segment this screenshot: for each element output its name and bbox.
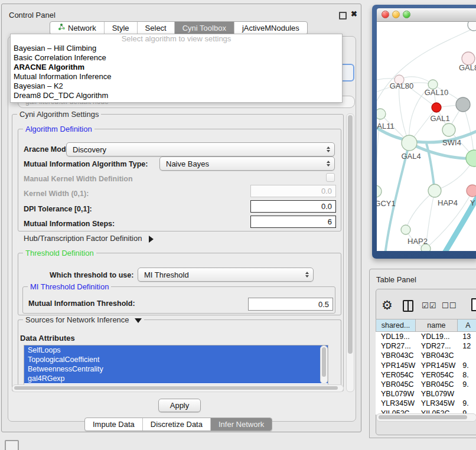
network-node[interactable] <box>428 184 441 197</box>
table-cell[interactable]: YDR27... <box>416 341 458 351</box>
attribute-list-item[interactable]: BetweennessCentrality <box>24 364 328 374</box>
table-cell[interactable]: YBL079W <box>416 389 458 399</box>
table-cell[interactable]: 9. <box>457 361 476 370</box>
table-cell[interactable]: 9. <box>457 380 476 389</box>
table-cell[interactable]: 12 <box>457 341 476 351</box>
collapsed-arrow-icon <box>149 236 154 243</box>
close-window-icon[interactable] <box>382 11 389 18</box>
table-cell[interactable]: YPR145W <box>376 361 416 370</box>
tab-label: Impute Data <box>93 418 135 431</box>
algorithm-option[interactable]: Mutual Information Inference <box>11 72 342 81</box>
close-icon[interactable]: ✖ <box>351 9 357 18</box>
algorithm-option[interactable]: Basic Correlation Inference <box>11 53 342 63</box>
mi-threshold-field[interactable]: 0.5 <box>248 298 333 311</box>
network-node[interactable] <box>468 22 476 31</box>
attribute-list-item[interactable]: SelfLoops <box>24 345 328 355</box>
attribute-list-item[interactable]: gal4RGexp <box>24 374 328 383</box>
attribute-list-item[interactable]: TopologicalCoefficient <box>24 355 328 364</box>
table-cell[interactable]: YLR345W <box>416 399 458 408</box>
hub-definition-label: Hub/Transcription Factor Definition <box>24 234 142 243</box>
apply-button[interactable]: Apply <box>158 399 201 412</box>
table-row[interactable]: YDR27...YDR27...12 <box>376 341 476 351</box>
network-node[interactable] <box>377 185 382 197</box>
table-row[interactable]: YPR145WYPR145W9. <box>376 361 476 370</box>
tab-jactivemnodules[interactable]: jActiveMNodules <box>234 22 307 34</box>
table-panel-title: Table Panel <box>376 275 416 284</box>
node-label: HAP4 <box>438 198 458 207</box>
network-node[interactable] <box>456 97 470 112</box>
network-node[interactable] <box>402 135 417 151</box>
table-row[interactable]: YBR045CYBR045C9. <box>376 380 476 389</box>
algorithm-option[interactable]: Bayesian – K2 <box>11 81 342 91</box>
gear-icon[interactable]: ⚙ <box>382 298 393 313</box>
table-cell[interactable]: 13 <box>457 332 476 341</box>
settings-vertical-scrollbar[interactable] <box>346 113 354 392</box>
deselect-all-columns-icon[interactable]: ☐☐ <box>442 301 457 310</box>
table-row[interactable]: YDL19...YDL19...13 <box>376 332 476 341</box>
tab-network[interactable]: Network <box>50 22 105 34</box>
network-node[interactable] <box>432 103 441 112</box>
table-cell[interactable]: 9. <box>457 399 476 408</box>
table-cell[interactable]: YER054C <box>416 370 458 380</box>
table-horizontal-scrollbar[interactable] <box>376 413 476 422</box>
select-all-columns-icon[interactable]: ☑☑ <box>422 301 436 310</box>
table-row[interactable]: YER054CYER054C8. <box>376 370 476 380</box>
table-cell[interactable] <box>457 389 476 399</box>
mi-steps-field[interactable]: 6 <box>250 216 336 228</box>
table-row[interactable]: YBR043CYBR043C <box>376 351 476 360</box>
tab-impute-data[interactable]: Impute Data <box>85 418 143 431</box>
aracne-mode-combo[interactable]: Discovery <box>66 142 335 156</box>
tab-select[interactable]: Select <box>138 22 175 34</box>
table-cell[interactable] <box>457 351 476 360</box>
settings-horizontal-scrollbar[interactable] <box>12 384 344 392</box>
algorithm-option[interactable]: ARACNE Algorithm <box>11 63 342 72</box>
sources-toggle[interactable]: Sources for Network Inference <box>23 315 144 324</box>
apply-button-label: Apply <box>170 401 190 410</box>
table-cell[interactable]: YDR27... <box>376 341 416 351</box>
network-window-titlebar[interactable] <box>377 8 476 22</box>
network-node[interactable] <box>401 225 410 234</box>
table-cell[interactable]: YBR045C <box>376 380 416 389</box>
tab-discretize-data[interactable]: Discretize Data <box>143 418 211 431</box>
which-threshold-combo[interactable]: MI Threshold <box>138 268 314 282</box>
tab-label: Cyni Toolbox <box>182 22 226 34</box>
table-column-header[interactable]: name <box>416 319 458 332</box>
network-canvas[interactable]: GAL8GAL80GAL10GAL1GAL11SWI4GAL4GCY1HAP4Y… <box>377 22 476 251</box>
algorithm-option[interactable]: Dream8 DC_TDC Algorithm <box>11 91 342 100</box>
network-node[interactable] <box>377 109 386 119</box>
float-panel-icon[interactable] <box>339 12 347 19</box>
export-table-icon[interactable] <box>471 298 476 311</box>
hub-definition-toggle[interactable]: Hub/Transcription Factor Definition <box>24 234 154 243</box>
minimize-window-icon[interactable] <box>392 11 400 18</box>
network-node[interactable] <box>466 150 476 167</box>
table-cell[interactable]: YPR145W <box>416 361 458 370</box>
table-row[interactable]: YBL079WYBL079W <box>376 389 476 399</box>
table-cell[interactable]: YLR345W <box>376 399 416 408</box>
manual-kernel-checkbox[interactable] <box>326 173 335 182</box>
table-cell[interactable]: YBR045C <box>416 380 458 389</box>
table-cell[interactable]: YBR043C <box>416 351 458 360</box>
table-cell[interactable]: YER054C <box>376 370 416 380</box>
mi-type-combo[interactable]: Naive Bayes <box>159 156 335 171</box>
tab-style[interactable]: Style <box>105 22 138 34</box>
kernel-width-field[interactable]: 0.0 <box>250 185 336 197</box>
dpi-tolerance-field[interactable]: 0.0 <box>250 200 336 213</box>
table-column-header[interactable]: A <box>458 319 476 332</box>
table-row[interactable]: YLR345WYLR345W9. <box>376 399 476 408</box>
table-column-header[interactable]: shared... <box>376 319 416 332</box>
columns-icon[interactable] <box>403 300 413 312</box>
table-cell[interactable]: 8. <box>457 370 476 380</box>
attributes-vertical-scrollbar[interactable] <box>320 345 328 384</box>
table-cell[interactable]: YBL079W <box>376 389 416 399</box>
network-node[interactable] <box>467 185 476 197</box>
table-cell[interactable]: YDL19... <box>416 332 458 341</box>
tab-cyni-toolbox[interactable]: Cyni Toolbox <box>175 22 234 34</box>
table-cell[interactable]: YDL19... <box>376 332 416 341</box>
network-node[interactable] <box>442 123 455 136</box>
table-cell[interactable]: YBR043C <box>376 351 416 360</box>
algorithm-option[interactable]: Bayesian – Hill Climbing <box>11 44 342 53</box>
restore-panel-button[interactable] <box>5 440 19 450</box>
tab-infer-network[interactable]: Infer Network <box>211 418 272 431</box>
zoom-window-icon[interactable] <box>403 11 410 18</box>
combo-stepper-icon <box>327 146 330 152</box>
